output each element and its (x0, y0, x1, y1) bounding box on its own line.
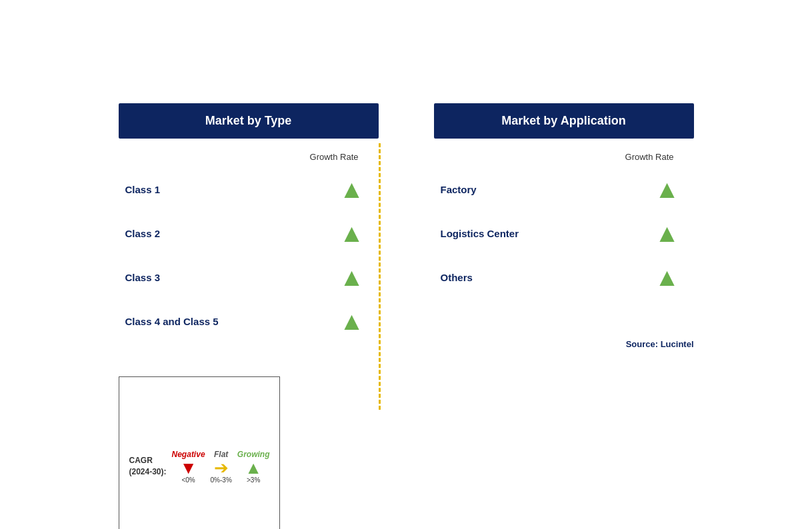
legend-box: CAGR (2024-30): Negative ▼ <0% Flat ➔ 0%… (119, 376, 281, 529)
left-panel-header: Market by Type (119, 103, 379, 139)
left-item-row-3: Class 3 ▲ (119, 255, 379, 299)
green-up-arrow-icon-2: ▲ (339, 221, 365, 246)
left-growth-rate-label: Growth Rate (119, 152, 379, 162)
right-arrow-2: ▲ (654, 221, 687, 246)
right-item-row-1: Factory ▲ (434, 167, 694, 211)
left-item-row-2: Class 2 ▲ (119, 211, 379, 255)
red-down-arrow-icon: ▼ (180, 459, 197, 476)
yellow-right-arrow-icon: ➔ (214, 459, 229, 476)
legend-growing: Growing ▲ >3% (237, 450, 270, 484)
right-panel: Market by Application Growth Rate Factor… (434, 103, 694, 379)
section-divider (379, 143, 381, 410)
left-panel: Market by Type Growth Rate Class 1 ▲ Cla… (119, 103, 379, 423)
left-item-row-1: Class 1 ▲ (119, 167, 379, 211)
left-arrow-3: ▲ (339, 264, 372, 290)
right-arrow-3: ▲ (654, 264, 687, 290)
left-arrow-4: ▲ (339, 308, 372, 334)
right-growth-rate-label: Growth Rate (434, 152, 694, 162)
left-item-label-2: Class 2 (125, 228, 161, 239)
left-item-label-3: Class 3 (125, 272, 161, 283)
right-item-label-1: Factory (441, 184, 477, 195)
source-label: Source: Lucintel (626, 339, 694, 349)
green-up-arrow-right-icon-1: ▲ (655, 177, 680, 202)
right-item-row-2: Logistics Center ▲ (434, 211, 694, 255)
green-up-arrow-icon-4: ▲ (339, 308, 365, 334)
left-arrow-2: ▲ (339, 221, 372, 246)
left-arrow-1: ▲ (339, 177, 372, 202)
legend-growing-sublabel: >3% (247, 476, 260, 484)
legend-negative: Negative ▼ <0% (172, 450, 205, 484)
left-item-label-4: Class 4 and Class 5 (125, 316, 219, 327)
right-item-label-3: Others (441, 272, 473, 283)
left-item-label-1: Class 1 (125, 184, 161, 195)
legend-negative-sublabel: <0% (181, 476, 195, 484)
left-item-row-4: Class 4 and Class 5 ▲ (119, 299, 379, 343)
green-up-small-arrow-icon: ▲ (245, 459, 262, 476)
legend-flat: Flat ➔ 0%-3% (211, 450, 232, 484)
green-up-arrow-right-icon-2: ▲ (655, 221, 680, 246)
legend-cagr-label: CAGR (2024-30): (129, 455, 167, 478)
right-item-label-2: Logistics Center (441, 228, 519, 239)
green-up-arrow-icon-1: ▲ (339, 177, 365, 202)
green-up-arrow-right-icon-3: ▲ (655, 264, 680, 290)
legend-flat-sublabel: 0%-3% (211, 476, 232, 484)
right-arrow-1: ▲ (654, 177, 687, 202)
right-panel-header: Market by Application (434, 103, 694, 139)
green-up-arrow-icon-3: ▲ (339, 264, 365, 290)
right-item-row-3: Others ▲ (434, 255, 694, 299)
